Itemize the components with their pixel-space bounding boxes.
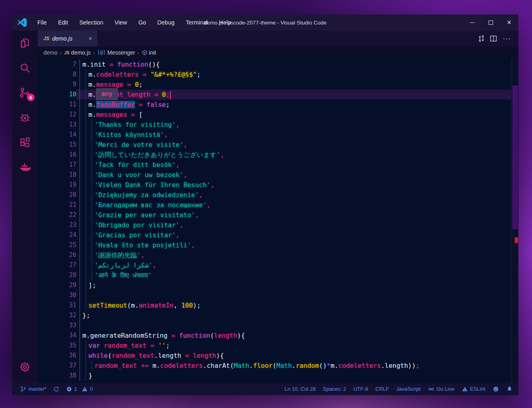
line-number[interactable]: 28: [38, 270, 76, 280]
code-line[interactable]: 23'Obrigado por visitar',: [38, 220, 518, 230]
line-number[interactable]: 8: [38, 69, 76, 80]
line-number[interactable]: 15: [38, 140, 76, 150]
editor-scrollbar[interactable]: [511, 59, 518, 383]
code-line[interactable]: 11m.fadeBuffer = false;: [38, 100, 518, 110]
code-line[interactable]: 30: [38, 290, 518, 300]
indentation-setting[interactable]: Spaces: 2: [323, 386, 346, 392]
breadcrumb-symbol-messenger[interactable]: [@] Messenger: [97, 49, 135, 56]
code-line[interactable]: 32};: [38, 310, 518, 320]
line-number[interactable]: 38: [38, 371, 76, 381]
encoding-setting[interactable]: UTF-8: [353, 386, 368, 392]
code-line[interactable]: 19'Vielen Dank für Ihren Besuch',: [38, 180, 518, 190]
line-number[interactable]: 36: [38, 351, 76, 361]
line-number[interactable]: 29: [38, 280, 76, 290]
notifications-button[interactable]: [506, 386, 513, 392]
code-line[interactable]: 36while(random_text.length < length){: [38, 351, 518, 361]
debug-icon[interactable]: [12, 105, 38, 130]
line-number[interactable]: 17: [38, 160, 76, 170]
problems-status[interactable]: 1 0: [66, 386, 93, 392]
code-line[interactable]: 27'شكرا لزيارتكم',: [38, 260, 518, 270]
code-line[interactable]: 25'Hvala što ste posjetili',: [38, 240, 518, 250]
line-number[interactable]: 12: [38, 110, 76, 120]
line-number[interactable]: 21: [38, 200, 76, 210]
code-line[interactable]: 16'訪問していただきありがとうございます',: [38, 150, 518, 160]
menu-view[interactable]: View: [110, 18, 132, 27]
split-editor-icon[interactable]: [489, 34, 498, 43]
tab-close-icon[interactable]: ×: [88, 35, 93, 42]
code-line[interactable]: 35var random_text = '';: [38, 341, 518, 351]
settings-gear-icon[interactable]: [12, 355, 38, 379]
line-number[interactable]: 23: [38, 220, 76, 230]
eslint-status[interactable]: ESLint: [462, 386, 485, 392]
code-line[interactable]: 26'謝謝你的光臨',: [38, 250, 518, 260]
more-actions-icon[interactable]: ···: [501, 35, 513, 43]
line-number[interactable]: 32: [38, 310, 76, 320]
line-number[interactable]: 31: [38, 300, 76, 310]
line-number[interactable]: 22: [38, 210, 76, 220]
eol-setting[interactable]: CRLF: [375, 386, 389, 392]
code-line[interactable]: 18'Dank u voor uw bezoek',: [38, 170, 518, 180]
line-number[interactable]: 33: [38, 320, 76, 330]
code-line[interactable]: 33: [38, 320, 518, 330]
line-number[interactable]: 11: [38, 100, 76, 110]
language-mode[interactable]: JavaScript: [396, 386, 421, 392]
code-line[interactable]: 7m.init = function(){: [38, 59, 518, 69]
search-icon[interactable]: [12, 55, 38, 80]
code-line[interactable]: 12m.messages = [: [38, 110, 518, 120]
line-number[interactable]: 27: [38, 260, 76, 270]
line-number[interactable]: 16: [38, 150, 76, 160]
code-line[interactable]: 31setTimeout(m.animateIn, 100);: [38, 300, 518, 310]
line-number[interactable]: 10: [38, 90, 76, 100]
code-line[interactable]: 15'Merci de votre visite',: [38, 140, 518, 150]
breadcrumb-file[interactable]: JS demo.js: [64, 49, 91, 56]
line-number[interactable]: 18: [38, 170, 76, 180]
feedback-smiley-button[interactable]: [493, 386, 499, 392]
source-control-icon[interactable]: 6: [12, 80, 38, 105]
code-line[interactable]: 37random_text += m.codeletters.charAt(Ma…: [38, 361, 518, 371]
docker-icon[interactable]: [12, 155, 38, 180]
code-line[interactable]: 10anym.current_length = 0;: [38, 90, 518, 100]
code-line[interactable]: 29];: [38, 280, 518, 290]
menu-selection[interactable]: Selection: [74, 18, 108, 27]
menu-edit[interactable]: Edit: [53, 18, 73, 27]
code-line[interactable]: 34m.generateRandomString = function(leng…: [38, 330, 518, 341]
line-number[interactable]: 26: [38, 250, 76, 260]
code-line[interactable]: 17'Tack för ditt besök',: [38, 160, 518, 170]
code-line[interactable]: 20'Dziękujemy za odwiedzenie',: [38, 190, 518, 200]
tab-demo-js[interactable]: JS demo.js ×: [38, 31, 97, 47]
line-number[interactable]: 35: [38, 341, 76, 351]
code-line[interactable]: 14'Kiitos käynnistä',: [38, 130, 518, 140]
go-live-button[interactable]: Go Live: [428, 386, 454, 392]
line-number[interactable]: 9: [38, 80, 76, 90]
code-line[interactable]: 28'आने के लिए धंयवाद': [38, 270, 518, 280]
line-number[interactable]: 24: [38, 230, 76, 240]
line-number[interactable]: 13: [38, 120, 76, 130]
maximize-button[interactable]: [481, 14, 500, 31]
sync-status[interactable]: [53, 386, 59, 392]
line-number[interactable]: 20: [38, 190, 76, 200]
line-number[interactable]: 37: [38, 361, 76, 371]
line-number[interactable]: 7: [38, 59, 76, 69]
menu-go[interactable]: Go: [133, 18, 151, 27]
breadcrumb-folder[interactable]: demo: [43, 49, 57, 56]
line-number[interactable]: 34: [38, 330, 76, 341]
open-changes-icon[interactable]: [477, 34, 486, 43]
code-line[interactable]: 38}: [38, 371, 518, 381]
scrollbar-thumb[interactable]: [512, 86, 518, 229]
breadcrumb-symbol-init[interactable]: init: [142, 49, 156, 56]
code-line[interactable]: 21'Благодарим вас за посещение',: [38, 200, 518, 210]
code-editor[interactable]: 7m.init = function(){8m.codeletters = "&…: [38, 59, 518, 383]
line-number[interactable]: 19: [38, 180, 76, 190]
line-number[interactable]: 25: [38, 240, 76, 250]
git-branch-status[interactable]: master*: [20, 386, 47, 392]
minimize-button[interactable]: [463, 14, 481, 31]
code-line[interactable]: 13'Thanks for visiting',: [38, 120, 518, 130]
menu-debug[interactable]: Debug: [153, 18, 180, 27]
explorer-icon[interactable]: [12, 31, 38, 55]
code-line[interactable]: 8m.codeletters = "&#*+%?£@§$";: [38, 69, 518, 80]
extensions-icon[interactable]: [12, 130, 38, 155]
code-line[interactable]: 22'Grazie per aver visitato',: [38, 210, 518, 220]
cursor-position[interactable]: Ln 10, Col 28: [284, 386, 315, 392]
line-number[interactable]: 14: [38, 130, 76, 140]
menu-file[interactable]: File: [33, 18, 51, 27]
